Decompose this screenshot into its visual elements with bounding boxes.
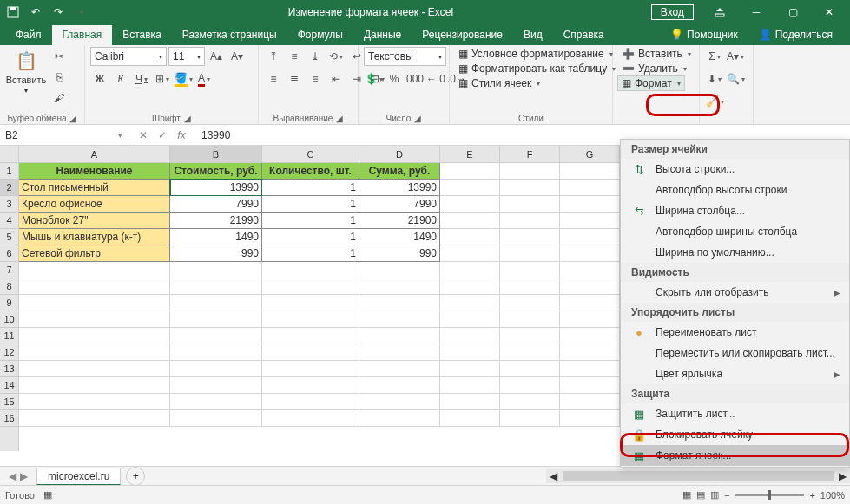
format-painter-icon[interactable]: 🖌	[49, 88, 69, 108]
row-header-11[interactable]: 11	[0, 328, 18, 344]
cell[interactable]	[19, 344, 170, 361]
fill-icon[interactable]: ⬇	[705, 69, 724, 88]
cell[interactable]	[170, 278, 262, 295]
row-header-16[interactable]: 16	[0, 410, 18, 427]
cell[interactable]	[500, 278, 560, 295]
row-header-15[interactable]: 15	[0, 394, 18, 410]
cell[interactable]	[560, 278, 620, 295]
font-size-combo[interactable]: 11▾	[168, 47, 205, 66]
cell[interactable]	[19, 262, 170, 278]
inc-decimal-icon[interactable]: ←.0	[426, 69, 445, 88]
cell[interactable]	[170, 295, 262, 311]
cell[interactable]	[19, 278, 170, 295]
sort-filter-icon[interactable]: A▾	[726, 47, 745, 66]
dd-row-height[interactable]: ⇅Высота строки...	[621, 159, 849, 180]
name-box[interactable]: B2▾	[0, 125, 128, 146]
cell[interactable]: Сетевой фильтр	[19, 245, 170, 262]
cell[interactable]	[170, 311, 262, 328]
cancel-icon[interactable]: ✕	[135, 129, 151, 141]
col-header-F[interactable]: F	[500, 146, 560, 162]
cell[interactable]	[560, 311, 620, 328]
zoom-in-icon[interactable]: +	[809, 490, 814, 501]
cell[interactable]	[262, 394, 359, 410]
tab-layout[interactable]: Разметка страницы	[172, 25, 287, 45]
enter-icon[interactable]: ✓	[155, 129, 170, 141]
cell[interactable]	[262, 410, 359, 427]
cell[interactable]	[359, 410, 440, 427]
cell[interactable]	[440, 180, 500, 196]
paste-button[interactable]: 📋 Вставить ▾	[5, 47, 47, 96]
cell[interactable]	[262, 278, 359, 295]
cell[interactable]	[262, 311, 359, 328]
cell[interactable]	[440, 344, 500, 361]
cell[interactable]	[359, 328, 440, 344]
cell[interactable]: 1	[262, 196, 359, 213]
bold-button[interactable]: Ж	[90, 69, 109, 88]
cell[interactable]: 1490	[359, 229, 440, 245]
cell[interactable]: Сумма, руб.	[359, 163, 440, 180]
ribbon-options-icon[interactable]	[702, 0, 737, 24]
grow-font-icon[interactable]: A▴	[207, 47, 226, 66]
cell[interactable]	[500, 262, 560, 278]
row-header-12[interactable]: 12	[0, 344, 18, 361]
sheet-next-icon[interactable]: ▶	[20, 470, 28, 482]
borders-icon[interactable]: ⊞	[153, 69, 172, 88]
cell[interactable]	[500, 328, 560, 344]
row-header-4[interactable]: 4	[0, 213, 18, 229]
cell[interactable]: 1	[262, 180, 359, 196]
insert-cells[interactable]: ➕Вставить	[618, 47, 695, 61]
cell[interactable]: 7990	[170, 196, 262, 213]
dd-default-width[interactable]: Ширина по умолчанию...	[621, 242, 849, 263]
macro-icon[interactable]: ▦	[43, 489, 52, 501]
cell[interactable]	[440, 213, 500, 229]
cell[interactable]: Стоимость, руб.	[170, 163, 262, 180]
cell[interactable]: 1	[262, 213, 359, 229]
view-normal-icon[interactable]: ▦	[682, 489, 691, 501]
format-cells-ribbon[interactable]: ▦Формат	[618, 76, 684, 90]
tab-insert[interactable]: Вставка	[112, 25, 172, 45]
cell[interactable]	[440, 196, 500, 213]
cell[interactable]: Кресло офисное	[19, 196, 170, 213]
find-icon[interactable]: 🔍	[726, 69, 745, 88]
shrink-font-icon[interactable]: A▾	[227, 47, 247, 66]
align-middle-icon[interactable]: ≡	[285, 47, 304, 66]
add-sheet-icon[interactable]: +	[126, 467, 145, 486]
col-header-E[interactable]: E	[440, 146, 500, 162]
col-header-A[interactable]: A	[19, 146, 170, 162]
cell[interactable]	[500, 361, 560, 377]
tab-review[interactable]: Рецензирование	[412, 25, 513, 45]
sheet-prev-icon[interactable]: ◀	[9, 470, 16, 482]
underline-button[interactable]: Ч	[132, 69, 151, 88]
row-header-9[interactable]: 9	[0, 295, 18, 311]
dd-move-copy[interactable]: Переместить или скопировать лист...	[621, 343, 849, 363]
cell[interactable]: Стол письменный	[19, 180, 170, 196]
cell[interactable]	[19, 295, 170, 311]
cell[interactable]	[19, 410, 170, 427]
row-header-13[interactable]: 13	[0, 361, 18, 377]
currency-icon[interactable]: 💲	[364, 69, 383, 88]
cell[interactable]	[560, 245, 620, 262]
cell[interactable]: Моноблок 27"	[19, 213, 170, 229]
minimize-icon[interactable]: ─	[739, 0, 774, 24]
cell[interactable]	[440, 361, 500, 377]
dd-rename[interactable]: ●Переименовать лист	[621, 322, 849, 343]
cell[interactable]	[440, 245, 500, 262]
cell[interactable]	[170, 394, 262, 410]
cell[interactable]	[19, 311, 170, 328]
comma-icon[interactable]: 000	[405, 69, 425, 88]
conditional-formatting[interactable]: ▦Условное форматирование	[455, 47, 616, 61]
cell[interactable]: Количество, шт.	[262, 163, 359, 180]
dd-tab-color[interactable]: Цвет ярлычка▶	[621, 363, 849, 384]
close-icon[interactable]: ✕	[812, 0, 847, 24]
cell[interactable]	[262, 262, 359, 278]
cut-icon[interactable]: ✂	[49, 47, 69, 66]
cell[interactable]: 7990	[359, 196, 440, 213]
cell[interactable]	[440, 377, 500, 394]
cell[interactable]	[359, 311, 440, 328]
cell[interactable]	[440, 295, 500, 311]
cell[interactable]	[170, 328, 262, 344]
cell[interactable]	[440, 278, 500, 295]
tab-formulas[interactable]: Формулы	[287, 25, 353, 45]
cell[interactable]	[359, 394, 440, 410]
dd-autofit-row[interactable]: Автоподбор высоты строки	[621, 180, 849, 200]
